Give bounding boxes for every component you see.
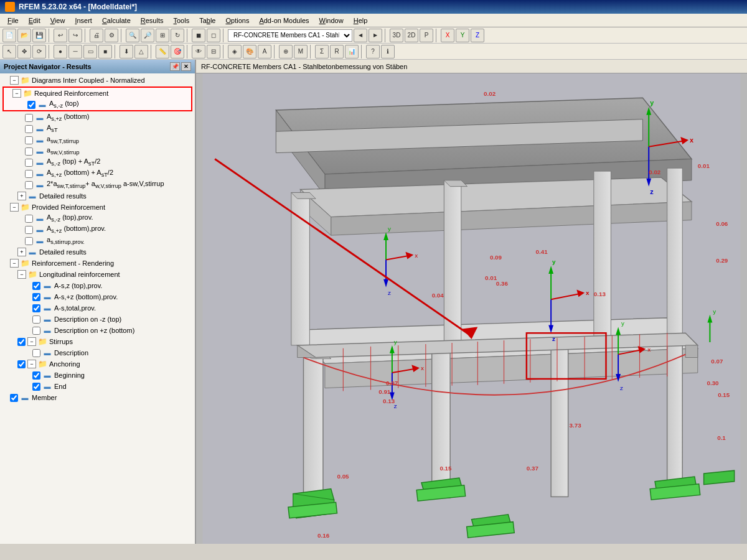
load-btn[interactable]: ⬇ xyxy=(120,45,133,58)
tree-item-ass-prov[interactable]: ▬ as,stirrup,prov. xyxy=(1,235,194,246)
tree-item-as-z-bot-prov[interactable]: ▬ As,+z (bottom),prov. xyxy=(1,224,194,235)
tree-item-asw-v[interactable]: ▬ asw,V,stirrup xyxy=(1,146,194,157)
expand-longitudinal[interactable]: − xyxy=(17,270,26,279)
render-btn[interactable]: ◼ xyxy=(192,29,205,42)
tree-item-desc-neg-z[interactable]: ▬ Description on -z (top) xyxy=(1,314,194,325)
prev-btn[interactable]: ◀ xyxy=(354,29,367,42)
tree-item-as-z-bot-ast2[interactable]: ▬ As,+z (bottom) + AsT/2 xyxy=(1,168,194,179)
as-z-top-checkbox[interactable] xyxy=(27,101,35,109)
wire-btn[interactable]: ◻ xyxy=(207,29,220,42)
material-btn[interactable]: M xyxy=(294,45,308,58)
expand-stirrups[interactable]: − xyxy=(27,337,36,346)
tree-item-as-z-ast2[interactable]: ▬ As,-z (top) + AsT/2 xyxy=(1,157,194,168)
menu-results[interactable]: Results xyxy=(136,16,169,26)
anchoring-checkbox[interactable] xyxy=(17,360,26,368)
module-dropdown[interactable]: RF-CONCRETE Members CA1 - Stahlbe... xyxy=(228,29,352,42)
filter-btn[interactable]: ⊟ xyxy=(207,45,220,58)
tree-item-end[interactable]: ▬ End xyxy=(1,381,194,392)
display-btn[interactable]: ◈ xyxy=(228,45,242,58)
tree-item-desc-pos-z[interactable]: ▬ Description on +z (bottom) xyxy=(1,325,194,336)
menu-insert[interactable]: Insert xyxy=(70,16,97,26)
support-btn[interactable]: △ xyxy=(134,45,148,58)
tree-item-stirrups-desc[interactable]: ▬ Description xyxy=(1,347,194,358)
menu-file[interactable]: File xyxy=(2,16,24,26)
settings-btn[interactable]: ⚙ xyxy=(105,29,118,42)
as-z-bot-checkbox[interactable] xyxy=(25,114,33,122)
expand-diagrams[interactable]: − xyxy=(10,76,19,85)
tree-item-provided-reinf[interactable]: − 📁 Provided Reinforcement xyxy=(1,202,194,213)
menu-help[interactable]: Help xyxy=(349,16,373,26)
z-axis-btn[interactable]: Z xyxy=(471,29,484,42)
tree-container[interactable]: − 📁 Diagrams Inter Coupled - Normalized … xyxy=(0,73,195,544)
tree-item-as-z-top[interactable]: ▬ As,-z (top) xyxy=(4,99,191,110)
open-btn[interactable]: 📂 xyxy=(17,29,31,42)
beginning-checkbox[interactable] xyxy=(32,371,40,380)
expand-required[interactable]: − xyxy=(12,89,21,98)
cross-section-btn[interactable]: ⊕ xyxy=(279,45,293,58)
question-btn[interactable]: ? xyxy=(366,45,380,58)
tree-item-anchoring[interactable]: − 📁 Anchoring xyxy=(1,358,194,370)
as-z-bot-ast2-checkbox[interactable] xyxy=(25,170,33,178)
fit-btn[interactable]: ⊞ xyxy=(156,29,169,42)
print-btn[interactable]: 🖨 xyxy=(90,29,103,42)
select-btn[interactable]: ↖ xyxy=(2,45,16,58)
menu-window[interactable]: Window xyxy=(314,16,349,26)
tree-item-a-s-total[interactable]: ▬ A-s,total,prov. xyxy=(1,302,194,314)
info-btn[interactable]: ℹ xyxy=(381,45,395,58)
line-btn[interactable]: ─ xyxy=(68,45,82,58)
tree-item-stirrups[interactable]: − 📁 Stirrups xyxy=(1,336,194,347)
color-btn[interactable]: 🎨 xyxy=(243,45,256,58)
expand-detailed1[interactable]: + xyxy=(17,192,26,200)
desc-pos-z-checkbox[interactable] xyxy=(32,327,40,335)
diagram-btn[interactable]: 📊 xyxy=(345,45,359,58)
stirrups-checkbox[interactable] xyxy=(17,338,26,346)
viewport[interactable]: RF-CONCRETE Members CA1 - Stahlbetonbeme… xyxy=(196,60,747,544)
tree-item-beginning[interactable]: ▬ Beginning xyxy=(1,370,194,381)
tree-item-a-s-bot-prov[interactable]: ▬ A-s,+z (bottom),prov. xyxy=(1,291,194,302)
as-z-top-prov-checkbox[interactable] xyxy=(25,215,33,223)
panel-close-btn[interactable]: ✕ xyxy=(181,62,191,71)
visibility-btn[interactable]: 👁 xyxy=(192,45,205,58)
view2d-btn[interactable]: 2D xyxy=(405,29,418,42)
as-z-bot-prov-checkbox[interactable] xyxy=(25,226,33,234)
x-axis-btn[interactable]: X xyxy=(441,29,454,42)
tree-item-member[interactable]: ▬ Member xyxy=(1,392,194,403)
desc-neg-z-checkbox[interactable] xyxy=(32,315,40,324)
zoom-out-btn[interactable]: 🔎 xyxy=(141,29,154,42)
menu-calculate[interactable]: Calculate xyxy=(97,16,136,26)
label-btn[interactable]: A xyxy=(258,45,271,58)
snap-btn[interactable]: 🎯 xyxy=(171,45,184,58)
calc-btn[interactable]: Σ xyxy=(315,45,329,58)
solid-btn[interactable]: ■ xyxy=(98,45,112,58)
tree-item-diagrams[interactable]: − 📁 Diagrams Inter Coupled - Normalized xyxy=(1,75,194,86)
tree-item-required-reinf[interactable]: − 📁 Required Reinforcement xyxy=(4,88,191,99)
expand-provided[interactable]: − xyxy=(10,203,19,212)
tree-item-detailed2[interactable]: + ▬ Detailed results xyxy=(1,246,194,258)
ast-checkbox[interactable] xyxy=(25,125,33,133)
stirrups-desc-checkbox[interactable] xyxy=(32,349,40,357)
results2-btn[interactable]: R xyxy=(330,45,344,58)
as-z-ast2-checkbox[interactable] xyxy=(25,159,33,167)
zoom-in-btn[interactable]: 🔍 xyxy=(126,29,139,42)
tree-item-as-z-top-prov[interactable]: ▬ As,-z (top),prov. xyxy=(1,213,194,224)
rotate2-btn[interactable]: ⟳ xyxy=(32,45,46,58)
view3d-btn[interactable]: 3D xyxy=(390,29,403,42)
expand-detailed2[interactable]: + xyxy=(17,248,26,256)
undo-btn[interactable]: ↩ xyxy=(54,29,67,42)
end-checkbox[interactable] xyxy=(32,383,40,391)
asw-t-checkbox[interactable] xyxy=(25,136,33,144)
tree-item-a-s-top-prov[interactable]: ▬ A-s,z (top),prov. xyxy=(1,280,194,291)
surface-btn[interactable]: ▭ xyxy=(83,45,97,58)
menu-edit[interactable]: Edit xyxy=(24,16,45,26)
ass-prov-checkbox[interactable] xyxy=(25,237,33,245)
node-btn[interactable]: ● xyxy=(54,45,67,58)
tree-item-reinf-rendering[interactable]: − 📁 Reinforcement - Rendering xyxy=(1,258,194,269)
move-btn[interactable]: ✥ xyxy=(17,45,31,58)
expand-anchoring[interactable]: − xyxy=(27,360,36,368)
asw-v-checkbox[interactable] xyxy=(25,147,33,156)
menu-tools[interactable]: Tools xyxy=(168,16,194,26)
tree-item-longitudinal[interactable]: − 📁 Longitudinal reinforcement xyxy=(1,269,194,280)
next-btn[interactable]: ▶ xyxy=(369,29,382,42)
a-s-bot-prov-checkbox[interactable] xyxy=(32,293,40,301)
tree-item-2asw[interactable]: ▬ 2*asw,T,stirrup+ aw,V,stirrup a-sw,V,s… xyxy=(1,179,194,190)
